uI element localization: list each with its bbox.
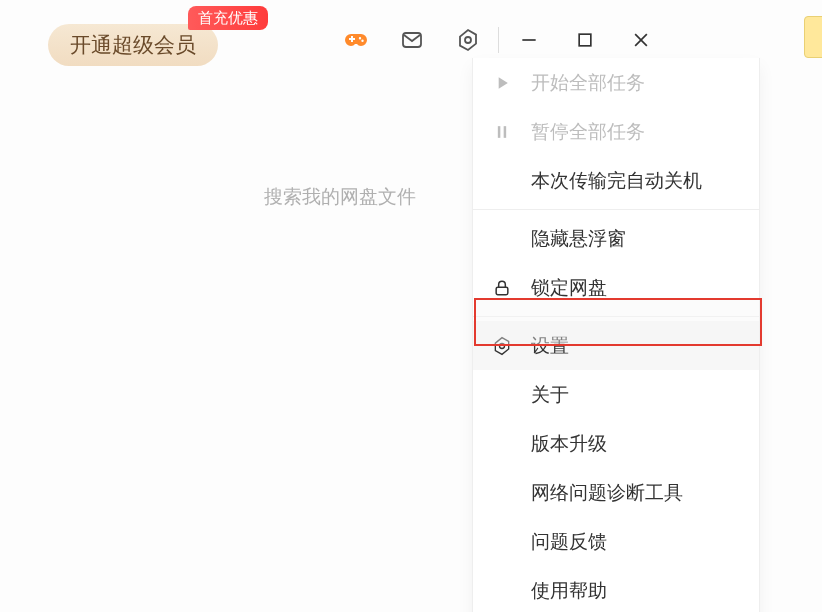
menu-label: 暂停全部任务 (531, 119, 759, 145)
svg-point-9 (500, 343, 505, 348)
menu-label: 网络问题诊断工具 (531, 480, 759, 506)
menu-label: 锁定网盘 (531, 275, 759, 301)
pause-icon (473, 122, 531, 142)
settings-dropdown: 开始全部任务 暂停全部任务 本次传输完自动关机 隐藏悬浮窗 锁定网盘 设置 关于… (472, 58, 760, 612)
menu-separator (473, 209, 759, 210)
lock-icon (473, 278, 531, 298)
svg-rect-7 (504, 126, 507, 138)
menu-item-upgrade[interactable]: 版本升级 (473, 419, 759, 468)
menu-label: 使用帮助 (531, 578, 759, 604)
game-icon[interactable] (328, 20, 384, 60)
menu-item-pause-all: 暂停全部任务 (473, 107, 759, 156)
svg-rect-3 (579, 34, 591, 46)
menu-label: 版本升级 (531, 431, 759, 457)
menu-item-feedback[interactable]: 问题反馈 (473, 517, 759, 566)
menu-label: 问题反馈 (531, 529, 759, 555)
search-input[interactable] (264, 180, 464, 214)
menu-label: 开始全部任务 (531, 70, 759, 96)
close-button[interactable] (613, 20, 669, 60)
menu-label: 关于 (531, 382, 759, 408)
menu-label: 本次传输完自动关机 (531, 168, 759, 194)
promo-badge-text: 首充优惠 (198, 9, 258, 28)
divider (498, 27, 499, 53)
menu-item-start-all: 开始全部任务 (473, 58, 759, 107)
settings-icon[interactable] (440, 20, 496, 60)
menu-item-auto-shutdown[interactable]: 本次传输完自动关机 (473, 156, 759, 205)
menu-label: 设置 (531, 333, 759, 359)
menu-item-net-diagnose[interactable]: 网络问题诊断工具 (473, 468, 759, 517)
titlebar-icons (328, 20, 669, 60)
menu-label: 隐藏悬浮窗 (531, 226, 759, 252)
menu-item-about[interactable]: 关于 (473, 370, 759, 419)
maximize-button[interactable] (557, 20, 613, 60)
gear-icon (473, 336, 531, 356)
menu-item-settings[interactable]: 设置 (473, 321, 759, 370)
minimize-button[interactable] (501, 20, 557, 60)
mail-icon[interactable] (384, 20, 440, 60)
menu-item-lock[interactable]: 锁定网盘 (473, 263, 759, 312)
promo-badge: 首充优惠 (188, 6, 268, 30)
vip-label: 开通超级会员 (70, 31, 196, 59)
menu-item-hide-float[interactable]: 隐藏悬浮窗 (473, 214, 759, 263)
svg-point-1 (465, 37, 471, 43)
menu-separator (473, 316, 759, 317)
menu-item-help[interactable]: 使用帮助 (473, 566, 759, 612)
play-icon (473, 73, 531, 93)
svg-rect-6 (498, 126, 501, 138)
open-vip-button[interactable]: 开通超级会员 (48, 24, 218, 66)
svg-rect-8 (496, 287, 508, 295)
